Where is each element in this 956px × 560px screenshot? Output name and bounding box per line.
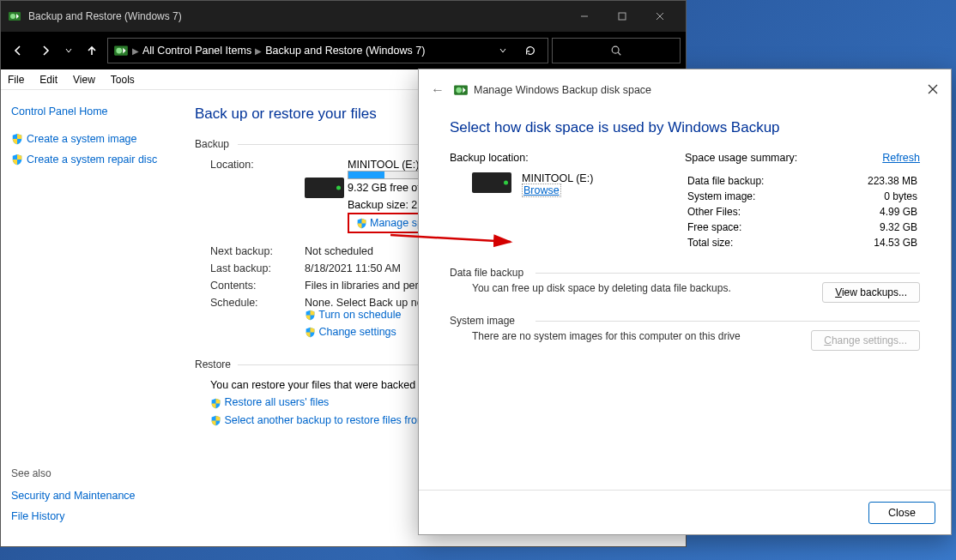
manage-disk-space-dialog: ← Manage Windows Backup disk space Selec… [418, 69, 952, 535]
dialog-title: Manage Windows Backup disk space [474, 84, 651, 96]
close-button[interactable]: Close [868, 502, 935, 524]
svg-rect-3 [619, 13, 626, 20]
data-file-backup-desc: You can free up disk space by deleting d… [472, 282, 731, 294]
space-usage-summary-label: Space usage summary: [685, 152, 797, 164]
svg-point-6 [612, 46, 619, 53]
section-system-image: System image [450, 315, 920, 327]
drive-icon [472, 172, 511, 193]
app-icon [8, 9, 21, 23]
create-system-image-label: Create a system image [27, 133, 137, 145]
row-data-file: Data file backup:223.38 MB [687, 174, 918, 188]
breadcrumb[interactable]: ▶ All Control Panel Items ▶ Backup and R… [107, 38, 548, 63]
create-system-image-link[interactable]: Create a system image [11, 133, 172, 145]
dialog-icon [453, 82, 469, 98]
nav-forward-button[interactable] [33, 39, 57, 63]
shield-icon [210, 415, 221, 426]
file-history-link[interactable]: File History [11, 510, 172, 522]
minimize-button[interactable] [566, 3, 603, 29]
breadcrumb-2[interactable]: Backup and Restore (Windows 7) [265, 45, 425, 57]
row-system-image: System image:0 bytes [687, 190, 918, 203]
contents-label: Contents: [210, 280, 305, 292]
breadcrumb-icon [113, 43, 129, 58]
dialog-close-button[interactable] [927, 83, 939, 98]
nav-recent-dropdown[interactable] [61, 39, 76, 63]
restore-all-users-link[interactable]: Restore all users' files [224, 396, 329, 408]
chevron-down-icon[interactable] [491, 46, 515, 55]
create-repair-disc-link[interactable]: Create a system repair disc [11, 154, 172, 166]
browse-link[interactable]: Browse [522, 184, 561, 197]
next-backup-label: Next backup: [210, 245, 305, 257]
row-free-space: Free space:9.32 GB [687, 220, 918, 234]
shield-icon [11, 154, 23, 166]
window-title: Backup and Restore (Windows 7) [28, 10, 566, 22]
next-backup-value: Not scheduled [305, 245, 373, 257]
refresh-icon[interactable] [518, 45, 542, 57]
see-also-label: See also [11, 467, 172, 479]
row-other-files: Other Files:4.99 GB [687, 205, 918, 219]
titlebar: Backup and Restore (Windows 7) [1, 1, 686, 32]
drive-icon [305, 178, 344, 198]
back-arrow-icon[interactable]: ← [431, 82, 445, 98]
shield-icon [356, 218, 367, 229]
section-data-file-backup: Data file backup [450, 267, 920, 279]
refresh-link[interactable]: Refresh [882, 152, 920, 164]
change-settings-button: Change settings... [811, 330, 920, 351]
nav-up-button[interactable] [80, 39, 104, 63]
address-bar: ▶ All Control Panel Items ▶ Backup and R… [1, 32, 686, 69]
dialog-heading: Select how disk space is used by Windows… [450, 119, 920, 136]
space-usage-table: Data file backup:223.38 MB System image:… [685, 172, 920, 251]
control-panel-home-link[interactable]: Control Panel Home [11, 105, 172, 117]
annotation-arrow [386, 228, 523, 254]
menu-view[interactable]: View [73, 74, 95, 86]
view-backups-button[interactable]: View backups... [822, 282, 920, 303]
menu-tools[interactable]: Tools [111, 74, 135, 86]
breadcrumb-1[interactable]: All Control Panel Items [142, 45, 251, 57]
row-total-size: Total size:14.53 GB [687, 236, 918, 250]
security-maintenance-link[interactable]: Security and Maintenance [11, 490, 172, 502]
change-settings-link[interactable]: Change settings [318, 326, 396, 338]
chevron-right-icon: ▶ [132, 46, 139, 56]
dialog-header: ← Manage Windows Backup disk space [419, 69, 951, 111]
schedule-label: Schedule: [210, 297, 305, 321]
maximize-button[interactable] [603, 3, 641, 29]
last-backup-value: 8/18/2021 11:50 AM [305, 262, 401, 274]
menu-edit[interactable]: Edit [39, 74, 57, 86]
create-repair-disc-label: Create a system repair disc [27, 154, 157, 166]
turn-on-schedule-link[interactable]: Turn on schedule [318, 309, 401, 321]
shield-icon [305, 310, 316, 321]
shield-icon [305, 327, 316, 338]
dialog-footer: Close [419, 490, 951, 534]
shield-icon [210, 398, 221, 409]
left-panel: Control Panel Home Create a system image… [1, 90, 183, 546]
search-icon [610, 45, 622, 57]
chevron-right-icon: ▶ [255, 46, 262, 56]
menu-file[interactable]: File [8, 74, 24, 86]
backup-location-label: Backup location: [450, 152, 685, 164]
svg-line-7 [618, 52, 620, 55]
dialog-location-name: MINITOOL (E:) [522, 172, 593, 184]
search-input[interactable] [552, 38, 681, 63]
svg-line-8 [390, 235, 511, 242]
last-backup-label: Last backup: [210, 262, 305, 274]
select-another-backup-link[interactable]: Select another backup to restore files f… [224, 414, 426, 426]
nav-back-button[interactable] [6, 39, 30, 63]
shield-icon [11, 133, 23, 145]
location-label: Location: [210, 159, 305, 233]
system-image-desc: There are no system images for this comp… [472, 330, 741, 342]
close-button[interactable] [641, 3, 679, 29]
